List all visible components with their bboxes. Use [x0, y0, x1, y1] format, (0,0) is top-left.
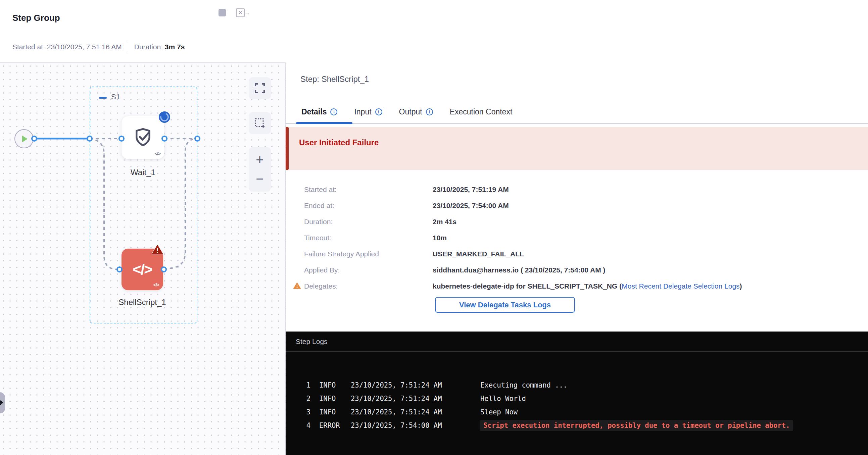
group-label: S1 [111, 93, 120, 101]
step-group-header: Step Group ✕ → Started at: 23/10/2025, 7… [0, 0, 868, 62]
zoom-out-icon[interactable]: − [256, 174, 264, 184]
warning-icon [293, 282, 301, 289]
zoom-button-group: + − [249, 147, 271, 192]
shield-check-icon [132, 127, 154, 148]
info-icon[interactable]: i [375, 108, 382, 116]
tab-input[interactable]: Input i [354, 107, 382, 117]
detail-row: Applied By: siddhant.dua@harness.io ( 23… [304, 262, 742, 278]
arrow-right-icon: → [244, 9, 250, 17]
code-glyph-icon: </> [153, 282, 159, 288]
detail-row: Duration: 2m 41s [304, 214, 742, 230]
start-node[interactable] [14, 129, 34, 148]
canvas-controls: + − [249, 77, 271, 204]
pipeline-graph-canvas[interactable]: S1 </> Wait_1 </> </> She [0, 62, 285, 455]
stop-icon[interactable] [218, 9, 226, 17]
play-icon [22, 136, 28, 142]
close-icon: ✕ [237, 9, 244, 17]
tab-execution-context[interactable]: Execution Context [450, 107, 513, 117]
detail-row-delegates: Delegates: kubernetes-delegate-idp for S… [304, 278, 742, 294]
step-details-list: Started at: 23/10/2025, 7:51:19 AM Ended… [304, 182, 742, 294]
detail-row: Ended at: 23/10/2025, 7:54:00 AM [304, 198, 742, 214]
marquee-select-button[interactable] [249, 112, 271, 134]
node-label-wait-1: Wait_1 [122, 168, 164, 177]
log-line: 1INFO23/10/2025, 7:51:24 AMExecuting com… [286, 379, 868, 392]
expand-left-panel-handle[interactable] [0, 392, 5, 413]
log-line: 2INFO23/10/2025, 7:51:24 AMHello World [286, 392, 868, 405]
connector-dot [117, 266, 123, 272]
failure-banner-accent [286, 127, 289, 170]
zoom-in-icon[interactable]: + [256, 155, 264, 165]
connector-dot [87, 136, 93, 141]
step-details-panel: Step: ShellScript_1 Details i Input i Ou… [286, 62, 868, 455]
step-title: Step: ShellScript_1 [301, 74, 369, 84]
info-icon[interactable]: i [330, 108, 337, 116]
failure-message: User Initiated Failure [299, 138, 379, 147]
fullscreen-icon [254, 83, 265, 94]
execution-meta: Started at: 23/10/2025, 7:51:16 AM Durat… [12, 42, 185, 52]
duration-text: Duration: 3m 7s [134, 43, 185, 51]
abort-exit-icon[interactable]: ✕ → [236, 8, 245, 17]
node-label-shellscript-1: ShellScript_1 [112, 298, 173, 307]
info-icon[interactable]: i [426, 108, 433, 116]
detail-row: Failure Strategy Applied: USER_MARKED_FA… [304, 246, 742, 262]
connector-dot [31, 136, 37, 141]
connector-dot [161, 266, 167, 272]
tab-output[interactable]: Output i [399, 107, 433, 117]
log-line-error: 4ERROR23/10/2025, 7:54:00 AMScript execu… [286, 419, 868, 432]
chevron-right-icon [0, 400, 3, 405]
detail-row: Timeout: 10m [304, 230, 742, 246]
pipeline-execution-view: Step Group ✕ → Started at: 23/10/2025, 7… [0, 0, 868, 455]
view-delegate-tasks-logs-button[interactable]: View Delegate Tasks Logs [435, 297, 575, 313]
delegate-selection-logs-link[interactable]: Most Recent Delegate Selection Logs [622, 282, 739, 290]
step-logs-title: Step Logs [286, 331, 868, 352]
tab-details[interactable]: Details i [302, 107, 337, 117]
log-console[interactable]: 1INFO23/10/2025, 7:51:24 AMExecuting com… [286, 352, 868, 432]
failure-status-badge [151, 244, 164, 255]
connector-dot [194, 136, 200, 141]
page-title: Step Group [12, 13, 60, 23]
tab-bar: Details i Input i Output i Execution Con… [286, 100, 868, 124]
shell-script-icon: </> [132, 261, 152, 278]
active-tab-underline [296, 122, 352, 124]
detail-row: Started at: 23/10/2025, 7:51:19 AM [304, 182, 742, 198]
meta-divider [128, 42, 128, 52]
fit-to-screen-button[interactable] [249, 77, 271, 99]
running-status-badge [158, 111, 170, 123]
started-at-text: Started at: 23/10/2025, 7:51:16 AM [12, 43, 122, 51]
failure-banner: User Initiated Failure [286, 127, 868, 170]
connector-dot [119, 136, 125, 141]
duration-value: 3m 7s [165, 43, 185, 51]
log-line: 3INFO23/10/2025, 7:51:24 AMSleep Now [286, 405, 868, 419]
step-logs-section: Step Logs 1INFO23/10/2025, 7:51:24 AMExe… [286, 331, 868, 455]
connector-dot [161, 136, 167, 141]
selection-box-icon [254, 118, 266, 129]
node-wait-1[interactable]: </> [122, 116, 164, 159]
code-glyph-icon: </> [155, 151, 160, 156]
collapse-group-icon[interactable] [99, 97, 107, 99]
